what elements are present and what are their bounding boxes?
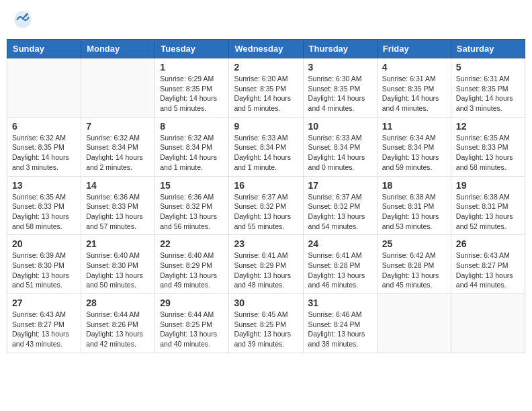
day-number: 6 [12,121,76,132]
week-row-3: 13Sunrise: 6:35 AM Sunset: 8:33 PM Dayli… [7,176,525,235]
day-number: 14 [86,180,150,191]
day-info: Sunrise: 6:31 AM Sunset: 8:35 PM Dayligh… [382,74,446,113]
day-cell: 16Sunrise: 6:37 AM Sunset: 8:32 PM Dayli… [229,176,303,235]
day-cell: 30Sunrise: 6:45 AM Sunset: 8:25 PM Dayli… [229,294,303,353]
week-row-5: 27Sunrise: 6:43 AM Sunset: 8:27 PM Dayli… [7,294,525,353]
day-number: 10 [308,121,372,132]
day-number: 20 [12,238,76,249]
week-row-2: 6Sunrise: 6:32 AM Sunset: 8:35 PM Daylig… [7,117,525,176]
day-number: 31 [308,298,372,308]
day-cell [377,294,451,353]
day-number: 25 [382,238,446,249]
day-info: Sunrise: 6:37 AM Sunset: 8:32 PM Dayligh… [234,192,298,232]
day-info: Sunrise: 6:37 AM Sunset: 8:32 PM Dayligh… [308,192,372,232]
day-cell: 24Sunrise: 6:41 AM Sunset: 8:28 PM Dayli… [303,235,377,294]
day-info: Sunrise: 6:45 AM Sunset: 8:25 PM Dayligh… [234,310,298,349]
day-number: 1 [160,62,224,73]
day-info: Sunrise: 6:46 AM Sunset: 8:24 PM Dayligh… [308,310,372,349]
day-info: Sunrise: 6:34 AM Sunset: 8:34 PM Dayligh… [382,133,446,173]
day-cell: 11Sunrise: 6:34 AM Sunset: 8:34 PM Dayli… [377,117,451,176]
day-header-saturday: Saturday [451,40,525,58]
day-cell: 5Sunrise: 6:31 AM Sunset: 8:35 PM Daylig… [451,58,525,118]
day-info: Sunrise: 6:35 AM Sunset: 8:33 PM Dayligh… [456,133,520,173]
day-cell: 25Sunrise: 6:42 AM Sunset: 8:28 PM Dayli… [377,235,451,294]
day-cell: 3Sunrise: 6:30 AM Sunset: 8:35 PM Daylig… [303,58,377,118]
day-number: 30 [234,298,298,308]
day-cell: 17Sunrise: 6:37 AM Sunset: 8:32 PM Dayli… [303,176,377,235]
day-number: 5 [456,62,520,73]
day-number: 23 [234,238,298,249]
day-number: 22 [160,238,224,249]
week-row-1: 1Sunrise: 6:29 AM Sunset: 8:35 PM Daylig… [7,58,525,118]
day-cell: 10Sunrise: 6:33 AM Sunset: 8:34 PM Dayli… [303,117,377,176]
day-info: Sunrise: 6:30 AM Sunset: 8:35 PM Dayligh… [234,74,298,113]
header-row: SundayMondayTuesdayWednesdayThursdayFrid… [7,40,525,58]
day-cell: 31Sunrise: 6:46 AM Sunset: 8:24 PM Dayli… [303,294,377,353]
day-info: Sunrise: 6:35 AM Sunset: 8:33 PM Dayligh… [12,192,76,232]
day-info: Sunrise: 6:43 AM Sunset: 8:27 PM Dayligh… [12,310,76,349]
day-cell: 6Sunrise: 6:32 AM Sunset: 8:35 PM Daylig… [7,117,81,176]
day-header-tuesday: Tuesday [155,40,229,58]
day-cell: 29Sunrise: 6:44 AM Sunset: 8:25 PM Dayli… [155,294,229,353]
day-number: 3 [308,62,372,73]
day-info: Sunrise: 6:29 AM Sunset: 8:35 PM Dayligh… [160,74,224,113]
day-info: Sunrise: 6:32 AM Sunset: 8:34 PM Dayligh… [160,133,224,173]
day-cell: 4Sunrise: 6:31 AM Sunset: 8:35 PM Daylig… [377,58,451,118]
day-header-wednesday: Wednesday [229,40,303,58]
day-number: 27 [12,298,76,308]
day-number: 26 [456,238,520,249]
day-header-friday: Friday [377,40,451,58]
day-info: Sunrise: 6:36 AM Sunset: 8:33 PM Dayligh… [86,192,150,232]
day-info: Sunrise: 6:42 AM Sunset: 8:28 PM Dayligh… [382,250,446,290]
day-number: 28 [86,298,150,308]
day-cell: 22Sunrise: 6:40 AM Sunset: 8:29 PM Dayli… [155,235,229,294]
day-number: 18 [382,180,446,191]
day-info: Sunrise: 6:32 AM Sunset: 8:35 PM Dayligh… [12,133,76,173]
day-info: Sunrise: 6:43 AM Sunset: 8:27 PM Dayligh… [456,250,520,290]
day-info: Sunrise: 6:39 AM Sunset: 8:30 PM Dayligh… [12,250,76,290]
day-number: 19 [456,180,520,191]
day-number: 9 [234,121,298,132]
day-cell: 19Sunrise: 6:38 AM Sunset: 8:31 PM Dayli… [451,176,525,235]
day-info: Sunrise: 6:32 AM Sunset: 8:34 PM Dayligh… [86,133,150,173]
day-cell: 27Sunrise: 6:43 AM Sunset: 8:27 PM Dayli… [7,294,81,353]
day-cell: 1Sunrise: 6:29 AM Sunset: 8:35 PM Daylig… [155,58,229,118]
day-number: 12 [456,121,520,132]
day-info: Sunrise: 6:40 AM Sunset: 8:29 PM Dayligh… [160,250,224,290]
day-info: Sunrise: 6:36 AM Sunset: 8:32 PM Dayligh… [160,192,224,232]
day-cell: 15Sunrise: 6:36 AM Sunset: 8:32 PM Dayli… [155,176,229,235]
day-cell [451,294,525,353]
day-info: Sunrise: 6:33 AM Sunset: 8:34 PM Dayligh… [234,133,298,173]
day-number: 15 [160,180,224,191]
day-info: Sunrise: 6:40 AM Sunset: 8:30 PM Dayligh… [86,250,150,290]
day-info: Sunrise: 6:44 AM Sunset: 8:25 PM Dayligh… [160,310,224,349]
header [7,7,525,32]
day-cell: 13Sunrise: 6:35 AM Sunset: 8:33 PM Dayli… [7,176,81,235]
day-cell: 2Sunrise: 6:30 AM Sunset: 8:35 PM Daylig… [229,58,303,118]
day-cell [81,58,155,118]
day-number: 16 [234,180,298,191]
day-info: Sunrise: 6:44 AM Sunset: 8:26 PM Dayligh… [86,310,150,349]
day-number: 24 [308,238,372,249]
day-cell: 23Sunrise: 6:41 AM Sunset: 8:29 PM Dayli… [229,235,303,294]
week-row-4: 20Sunrise: 6:39 AM Sunset: 8:30 PM Dayli… [7,235,525,294]
day-cell: 12Sunrise: 6:35 AM Sunset: 8:33 PM Dayli… [451,117,525,176]
day-number: 11 [382,121,446,132]
day-number: 13 [12,180,76,191]
day-number: 21 [86,238,150,249]
day-cell: 28Sunrise: 6:44 AM Sunset: 8:26 PM Dayli… [81,294,155,353]
logo [13,10,35,29]
day-number: 29 [160,298,224,308]
day-cell: 21Sunrise: 6:40 AM Sunset: 8:30 PM Dayli… [81,235,155,294]
day-header-thursday: Thursday [303,40,377,58]
day-cell: 18Sunrise: 6:38 AM Sunset: 8:31 PM Dayli… [377,176,451,235]
day-number: 2 [234,62,298,73]
day-number: 17 [308,180,372,191]
logo-icon [13,10,32,29]
day-cell: 9Sunrise: 6:33 AM Sunset: 8:34 PM Daylig… [229,117,303,176]
day-header-sunday: Sunday [7,40,81,58]
day-number: 7 [86,121,150,132]
day-info: Sunrise: 6:31 AM Sunset: 8:35 PM Dayligh… [456,74,520,113]
day-info: Sunrise: 6:30 AM Sunset: 8:35 PM Dayligh… [308,74,372,113]
calendar: SundayMondayTuesdayWednesdayThursdayFrid… [7,39,525,353]
